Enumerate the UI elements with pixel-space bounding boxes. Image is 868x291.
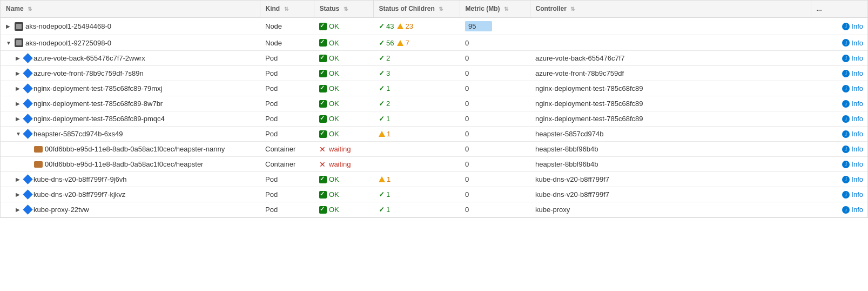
status-cell: OK [314, 17, 373, 35]
kind-cell: Container [260, 157, 314, 172]
table-header-row: Name ⇅ Kind ⇅ Status ⇅ Status of Childre… [1, 1, 868, 17]
metric-value: 0 [465, 160, 469, 168]
info-label: Info [851, 115, 863, 123]
children-status-cell [373, 157, 460, 172]
expand-button[interactable]: ▶ [16, 70, 22, 76]
info-link[interactable]: iInfo [816, 145, 863, 153]
cross-icon: ✕ [319, 161, 327, 168]
status-text: OK [329, 206, 339, 214]
kind-cell: Pod [260, 96, 314, 111]
info-link[interactable]: iInfo [816, 39, 863, 47]
info-link[interactable]: iInfo [816, 115, 863, 123]
check-icon [319, 23, 327, 30]
status-cell: OK [314, 202, 373, 217]
name-cell: ▶azure-vote-back-655476c7f7-2wwrx [1, 51, 260, 66]
col-header-more: ... [811, 1, 868, 17]
main-table-container: Name ⇅ Kind ⇅ Status ⇅ Status of Childre… [0, 0, 868, 218]
col-header-name[interactable]: Name ⇅ [1, 1, 260, 17]
expand-button[interactable]: ▼ [6, 40, 12, 46]
info-cell: iInfo [811, 35, 868, 51]
controller-cell: heapster-8bbf96b4b [530, 142, 811, 157]
metric-cell: 0 [460, 111, 530, 127]
info-link[interactable]: iInfo [816, 190, 863, 199]
pod-icon [23, 174, 32, 184]
expand-button[interactable]: ▶ [16, 207, 22, 213]
children-status-cell: ✓ 2 [373, 51, 460, 66]
info-cell: iInfo [811, 17, 868, 35]
col-header-children-status[interactable]: Status of Children ⇅ [373, 1, 460, 17]
row-name-text: kube-dns-v20-b8ff799f7-kjkvz [33, 190, 125, 199]
expand-button[interactable]: ▶ [6, 23, 12, 29]
kind-cell: Pod [260, 111, 314, 127]
name-cell: ▶kube-proxy-22tvw [1, 202, 260, 217]
col-header-status[interactable]: Status ⇅ [314, 1, 373, 17]
controller-cell: kube-proxy [530, 202, 811, 217]
status-text: OK [329, 175, 339, 183]
pod-icon [23, 53, 32, 63]
kind-cell: Pod [260, 202, 314, 217]
pod-icon [23, 98, 32, 108]
info-icon: i [842, 130, 850, 138]
check-mark: ✓ [379, 54, 385, 62]
table-row: ▶kube-dns-v20-b8ff799f7-kjkvzPodOK✓ 10ku… [1, 187, 868, 202]
sort-icon-controller: ⇅ [570, 6, 575, 12]
check-icon [319, 39, 327, 47]
status-text: OK [329, 84, 339, 92]
metric-value: 0 [465, 69, 469, 77]
info-label: Info [851, 69, 863, 77]
status-text: OK [329, 115, 339, 123]
controller-cell: kube-dns-v20-b8ff799f7 [530, 172, 811, 187]
info-link[interactable]: iInfo [816, 100, 863, 108]
info-icon: i [842, 206, 850, 214]
status-cell: OK [314, 96, 373, 111]
table-row: ▶azure-vote-back-655476c7f7-2wwrxPodOK✓ … [1, 51, 868, 66]
check-icon [319, 176, 327, 183]
col-header-kind[interactable]: Kind ⇅ [260, 1, 314, 17]
col-header-controller[interactable]: Controller ⇅ [530, 1, 811, 17]
name-cell: ▶kube-dns-v20-b8ff799f7-9j6vh [1, 172, 260, 187]
name-cell: 00fd6bbb-e95d-11e8-8adb-0a58ac1f0cec/hea… [1, 157, 260, 172]
status-cell: ✕waiting [314, 142, 373, 157]
row-name-text: azure-vote-back-655476c7f7-2wwrx [33, 54, 145, 62]
info-link[interactable]: iInfo [816, 22, 863, 30]
info-link[interactable]: iInfo [816, 206, 863, 214]
expand-button[interactable]: ▶ [16, 101, 22, 107]
kind-cell: Container [260, 142, 314, 157]
info-link[interactable]: iInfo [816, 84, 863, 92]
table-row: ▶azure-vote-front-78b9c759df-7s89nPodOK✓… [1, 66, 868, 81]
metric-value: 0 [465, 115, 469, 123]
expand-button[interactable]: ▼ [16, 131, 22, 137]
info-link[interactable]: iInfo [816, 160, 863, 168]
info-link[interactable]: iInfo [816, 54, 863, 62]
expand-button[interactable]: ▶ [16, 116, 22, 122]
expand-button[interactable]: ▶ [16, 176, 22, 182]
info-link[interactable]: iInfo [816, 175, 863, 183]
expand-button[interactable]: ▶ [16, 85, 22, 91]
kind-cell: Pod [260, 51, 314, 66]
resource-table: Name ⇅ Kind ⇅ Status ⇅ Status of Childre… [1, 1, 868, 217]
cross-icon: ✕ [319, 146, 327, 153]
sort-icon-name: ⇅ [28, 6, 32, 12]
pod-icon [23, 68, 32, 78]
children-status-cell: ✓ 43 23 [373, 17, 460, 35]
sort-icon-children: ⇅ [439, 6, 443, 12]
check-mark: ✓ [379, 22, 385, 30]
info-icon: i [842, 115, 850, 123]
metric-cell: 0 [460, 202, 530, 217]
table-row: ▶nginx-deployment-test-785c68fc89-pmqc4P… [1, 111, 868, 127]
children-warn-count: 1 [379, 175, 391, 183]
metric-cell: 0 [460, 35, 530, 51]
info-link[interactable]: iInfo [816, 130, 863, 138]
controller-cell: nginx-deployment-test-785c68fc89 [530, 111, 811, 127]
expand-button[interactable]: ▶ [16, 191, 22, 197]
metric-value: 0 [465, 206, 469, 214]
metric-cell: 0 [460, 127, 530, 142]
check-mark: ✓ [379, 100, 385, 108]
info-link[interactable]: iInfo [816, 69, 863, 77]
children-ok-count: ✓ 1 [379, 84, 390, 92]
col-header-metric[interactable]: Metric (Mb) ⇅ [460, 1, 530, 17]
name-cell: ▶nginx-deployment-test-785c68fc89-pmqc4 [1, 111, 260, 127]
expand-button[interactable]: ▶ [16, 55, 22, 61]
controller-cell: nginx-deployment-test-785c68fc89 [530, 96, 811, 111]
status-text: OK [329, 54, 339, 62]
